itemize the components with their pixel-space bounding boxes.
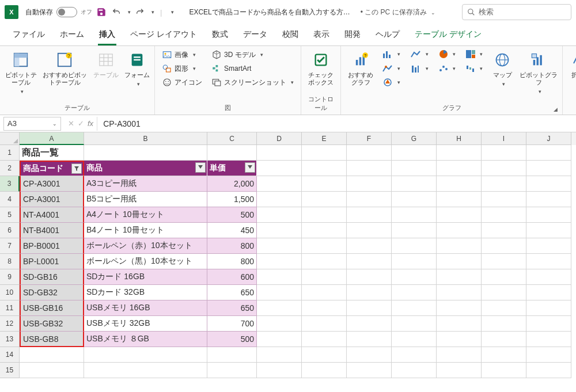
cell-empty[interactable] [347, 316, 392, 332]
cell-empty[interactable] [526, 207, 571, 223]
col-header-I[interactable]: I [482, 132, 526, 145]
redo-icon[interactable] [134, 7, 146, 17]
cell-price[interactable]: 800 [207, 254, 257, 269]
cell-empty[interactable] [437, 300, 482, 316]
cell-empty[interactable] [437, 347, 482, 363]
row-header[interactable]: 2 [0, 161, 20, 176]
cell-empty[interactable] [437, 192, 482, 207]
cell-empty[interactable] [20, 347, 84, 363]
cell-empty[interactable] [257, 363, 302, 378]
cell-empty[interactable] [526, 145, 571, 161]
enter-icon[interactable]: ✓ [78, 119, 84, 128]
cell-empty[interactable] [392, 223, 437, 238]
cell-empty[interactable] [526, 285, 571, 300]
cell-price[interactable]: 2,000 [207, 176, 257, 192]
cell-empty[interactable] [347, 238, 392, 254]
cell-empty[interactable] [526, 269, 571, 285]
cell-empty[interactable] [257, 161, 302, 176]
row-header[interactable]: 8 [0, 254, 20, 269]
cell-empty[interactable] [302, 223, 347, 238]
row-header[interactable]: 12 [0, 316, 20, 332]
cell-empty[interactable] [302, 363, 347, 378]
row-header[interactable]: 11 [0, 300, 20, 316]
cell-empty[interactable] [526, 161, 571, 176]
cell-empty[interactable] [482, 332, 526, 347]
row-header[interactable]: 15 [0, 363, 20, 378]
cell-code[interactable]: BP-B0001 [20, 238, 84, 254]
cell-name[interactable]: USBメモリ ８GB [84, 332, 207, 347]
cell-code[interactable]: NT-A4001 [20, 207, 84, 223]
cell-empty[interactable] [437, 161, 482, 176]
cell-empty[interactable] [302, 254, 347, 269]
save-icon[interactable] [96, 7, 107, 17]
cell-code[interactable]: SD-GB16 [20, 269, 84, 285]
cell-empty[interactable] [392, 161, 437, 176]
cell-empty[interactable] [392, 363, 437, 378]
cell-empty[interactable] [526, 254, 571, 269]
cell-price[interactable]: 800 [207, 238, 257, 254]
col-header-D[interactable]: D [257, 132, 302, 145]
cell-code[interactable]: USB-GB16 [20, 300, 84, 316]
cell-empty[interactable] [302, 316, 347, 332]
cell-empty[interactable] [84, 363, 207, 378]
cell-empty[interactable] [347, 223, 392, 238]
row-header[interactable]: 10 [0, 285, 20, 300]
cell-empty[interactable] [302, 192, 347, 207]
tab-page-layout[interactable]: ページ レイアウト [123, 25, 204, 45]
cell-empty[interactable] [302, 145, 347, 161]
cell-empty[interactable] [257, 145, 302, 161]
cell-empty[interactable] [257, 269, 302, 285]
pivot-chart-button[interactable]: ピボットグラフ▾ [520, 48, 558, 95]
cell-empty[interactable] [392, 347, 437, 363]
filter-dropdown-icon[interactable] [245, 162, 255, 173]
cell-empty[interactable] [84, 347, 207, 363]
filter-dropdown-icon[interactable] [195, 162, 206, 173]
cell-empty[interactable] [347, 332, 392, 347]
chart-treemap-button[interactable]: ▾ [464, 48, 485, 60]
chart-line-button[interactable]: ▾ [408, 48, 431, 60]
chart-pie-button[interactable]: ▾ [437, 48, 458, 60]
cell-empty[interactable] [347, 207, 392, 223]
tab-insert[interactable]: 挿入 [92, 25, 122, 45]
qat-customize-icon[interactable]: ▾ [171, 9, 174, 15]
cell-empty[interactable] [437, 285, 482, 300]
3dmodel-button[interactable]: 3D モデル▾ [209, 48, 296, 61]
row-header[interactable]: 3 [0, 176, 20, 192]
checkbox-button[interactable]: チェックボックス [306, 48, 336, 86]
cell-empty[interactable] [526, 223, 571, 238]
cell-empty[interactable] [482, 192, 526, 207]
cell-price[interactable]: 450 [207, 223, 257, 238]
cell-empty[interactable] [392, 269, 437, 285]
cell-empty[interactable] [437, 176, 482, 192]
cell-empty[interactable] [392, 332, 437, 347]
cell-empty[interactable] [437, 316, 482, 332]
row-header[interactable]: 4 [0, 192, 20, 207]
sparkline-line-button[interactable]: 折れ線 [567, 48, 576, 79]
cell-empty[interactable] [257, 285, 302, 300]
cell-name[interactable]: USBメモリ 32GB [84, 316, 207, 332]
cell-empty[interactable] [257, 207, 302, 223]
cell-empty[interactable] [482, 207, 526, 223]
select-all-button[interactable] [0, 132, 20, 145]
cell-empty[interactable] [482, 316, 526, 332]
chart-hierarchy-button[interactable]: ▾ [380, 63, 403, 74]
cell-name[interactable]: USBメモリ 16GB [84, 300, 207, 316]
cell-empty[interactable] [526, 192, 571, 207]
tab-review[interactable]: 校閲 [275, 25, 305, 45]
cell-empty[interactable] [392, 316, 437, 332]
cell-empty[interactable] [257, 192, 302, 207]
cell-empty[interactable] [347, 269, 392, 285]
row-header[interactable]: 7 [0, 238, 20, 254]
cell-empty[interactable] [392, 238, 437, 254]
col-header-J[interactable]: J [526, 132, 571, 145]
cell-name[interactable]: A3コピー用紙 [84, 176, 207, 192]
cell-empty[interactable] [347, 176, 392, 192]
cell-empty[interactable] [482, 254, 526, 269]
cell-empty[interactable] [257, 176, 302, 192]
cell-empty[interactable] [437, 238, 482, 254]
cell-empty[interactable] [437, 363, 482, 378]
col-header-E[interactable]: E [302, 132, 347, 145]
cell-empty[interactable] [20, 363, 84, 378]
cell-empty[interactable] [302, 269, 347, 285]
cell-empty[interactable] [347, 145, 392, 161]
